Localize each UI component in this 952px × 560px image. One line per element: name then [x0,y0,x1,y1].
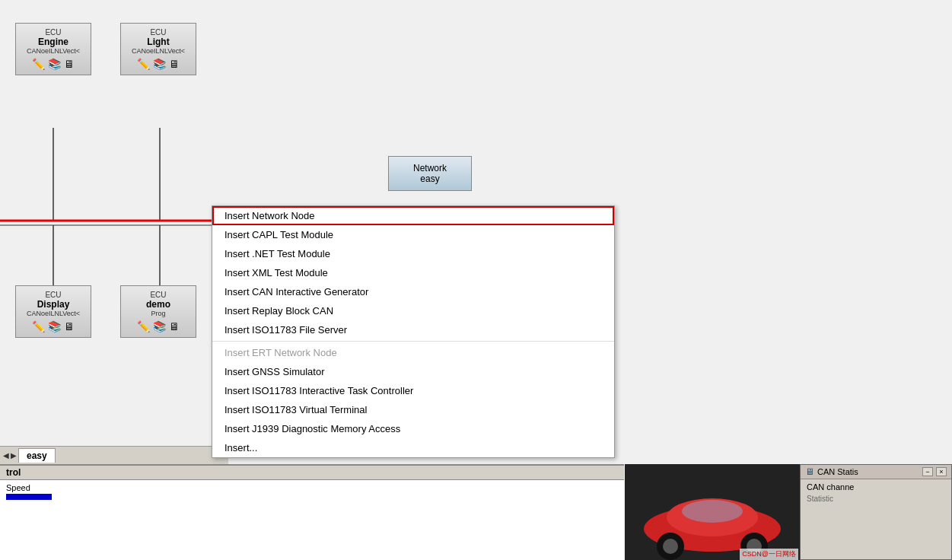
can-channel-label: CAN channe [807,482,945,492]
right-panel-can-stats: 🖥 CAN Statis − × CAN channe Statistic [800,464,952,560]
stack-icon-3[interactable]: 📚 [48,320,61,332]
context-menu: Insert Network NodeInsert CAPL Test Modu… [212,205,615,458]
right-panel-title-text: CAN Statis [817,467,858,476]
bottom-panel-content: Speed [0,480,624,503]
bottom-panel: trol Speed [0,464,624,560]
ecu-name-engine: Engine [21,37,86,47]
can-stats-icon: 🖥 [805,466,814,477]
ecu-sub-display: CANoeILNLVect< [21,310,86,317]
ecu-name-light: Light [126,37,191,47]
menu-item-insert-gnss[interactable]: Insert GNSS Simulator [212,362,614,381]
stack-icon-2[interactable]: 📚 [153,58,166,70]
menu-item-insert-replay-can[interactable]: Insert Replay Block CAN [212,301,614,320]
monitor-icon-4[interactable]: 🖥 [169,320,180,332]
statistic-label: Statistic [807,495,945,503]
menu-item-insert-can-ig[interactable]: Insert CAN Interactive Generator [212,282,614,301]
speed-label: Speed [6,483,52,492]
csdn-watermark: CSDN@一日网络 [740,549,798,560]
network-label1: Network [395,163,465,173]
menu-item-insert-more[interactable]: Insert... [212,438,614,457]
ecu-label-display: ECU [21,291,86,299]
pencil-icon-3[interactable]: ✏️ [32,320,45,332]
right-panel-title: 🖥 CAN Statis [805,466,858,477]
monitor-icon-2[interactable]: 🖥 [169,58,180,70]
close-button[interactable]: × [936,467,947,476]
ecu-sub-light: CANoeILNLVect< [126,47,191,55]
right-panel-content: CAN channe Statistic [801,479,951,506]
ecu-node-engine[interactable]: ECU Engine CANoeILNLVect< ✏️ 📚 🖥 [15,23,91,75]
ecu-node-light[interactable]: ECU Light CANoeILNLVect< ✏️ 📚 🖥 [120,23,196,75]
ecu-label-engine: ECU [21,28,86,37]
monitor-icon-3[interactable]: 🖥 [64,320,75,332]
bottom-panel-header: trol [0,466,624,480]
ecu-icons-light: ✏️ 📚 🖥 [126,58,191,70]
svg-point-11 [663,539,678,554]
stack-icon-4[interactable]: 📚 [153,320,166,332]
tab-easy[interactable]: easy [18,448,56,463]
tab-arrow-right[interactable]: ▶ [11,451,17,460]
menu-item-insert-network-node[interactable]: Insert Network Node [212,206,614,225]
ecu-sub-demo: Prog [126,310,191,317]
ecu-node-demo[interactable]: ECU demo Prog ✏️ 📚 🖥 [120,285,196,338]
car-svg [625,464,800,560]
ecu-icons-engine: ✏️ 📚 🖥 [21,58,86,70]
menu-item-insert-iso-file[interactable]: Insert ISO11783 File Server [212,320,614,339]
menu-item-insert-j1939[interactable]: Insert J1939 Diagnostic Memory Access [212,419,614,438]
menu-item-insert-ert: Insert ERT Network Node [212,343,614,362]
bottom-panel-title: trol [6,467,21,478]
menu-item-insert-capl[interactable]: Insert CAPL Test Module [212,225,614,244]
ecu-node-display[interactable]: ECU Display CANoeILNLVect< ✏️ 📚 🖥 [15,285,91,338]
menu-item-insert-xml[interactable]: Insert XML Test Module [212,263,614,282]
tab-easy-label: easy [27,450,47,461]
ecu-label-demo: ECU [126,291,191,299]
right-panel-header: 🖥 CAN Statis − × [801,465,951,479]
ecu-name-display: Display [21,299,86,310]
monitor-icon[interactable]: 🖥 [64,58,75,70]
network-node-easy[interactable]: Network easy [388,156,472,191]
ecu-name-demo: demo [126,299,191,310]
menu-item-insert-iso-vt[interactable]: Insert ISO11783 Virtual Terminal [212,400,614,419]
pencil-icon[interactable]: ✏️ [32,58,45,70]
speed-section: Speed [6,483,52,500]
tab-bar: ◀ ▶ easy [0,446,228,464]
tab-arrow-left[interactable]: ◀ [3,451,9,460]
ecu-icons-display: ✏️ 📚 🖥 [21,320,86,332]
menu-item-insert-net[interactable]: Insert .NET Test Module [212,244,614,263]
ecu-sub-engine: CANoeILNLVect< [21,47,86,55]
speed-bar [6,494,52,500]
car-image [625,464,800,560]
svg-point-14 [682,500,743,523]
stack-icon[interactable]: 📚 [48,58,61,70]
ecu-icons-demo: ✏️ 📚 🖥 [126,320,191,332]
pencil-icon-2[interactable]: ✏️ [137,58,150,70]
pencil-icon-4[interactable]: ✏️ [137,320,150,332]
menu-item-insert-iso-task[interactable]: Insert ISO11783 Interactive Task Control… [212,381,614,400]
network-label2: easy [395,173,465,184]
minimize-button[interactable]: − [922,467,933,476]
right-panel-controls: − × [922,467,947,476]
ecu-label-light: ECU [126,28,191,37]
